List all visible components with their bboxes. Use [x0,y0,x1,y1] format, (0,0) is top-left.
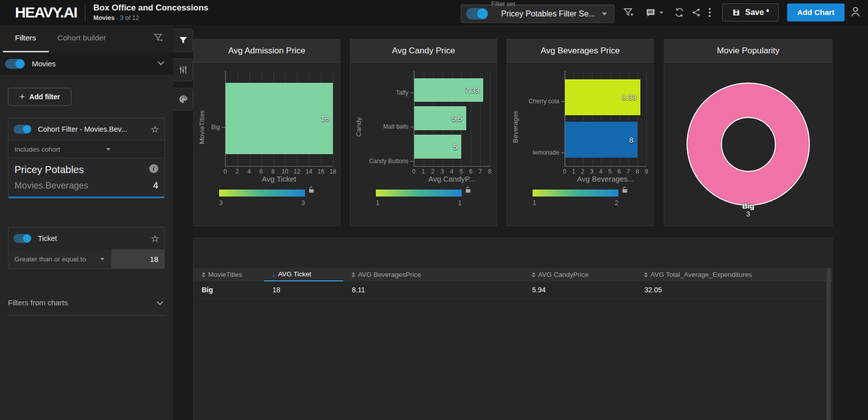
star-icon[interactable]: ☆ [151,234,159,243]
x-tick-label: 8 [488,168,492,175]
cohort-filter-body: Pricey Potables i Movies.Beverages 4 [8,158,164,198]
table-cell: Big [194,286,264,294]
tab-filters[interactable]: Filters [15,33,36,42]
gridline [490,71,490,166]
color-gradient-legend[interactable] [219,190,305,197]
dashboard-subtitle: Movies · 3 of 12 [93,14,139,21]
y-axis-label: MovieTitles [198,110,206,144]
column-header-avg-beveragesprice[interactable]: AVG BeveragesPrice [343,268,524,281]
table-cell: 32.05 [636,286,832,294]
x-tick-label: 16 [317,168,324,175]
palette-icon[interactable] [173,88,193,111]
x-tick-label: 3 [441,168,444,175]
annotations-caret-icon[interactable] [658,6,665,18]
slice-name: Big [742,202,754,210]
legend-max-label: 3 [301,199,305,207]
refresh-icon[interactable] [673,6,685,18]
tab-cohort-builder[interactable]: Cohort builder [57,33,106,42]
table-header-row: MovieTitles↓AVG TicketAVG BeveragesPrice… [194,268,832,281]
add-filter-button[interactable]: + Add filter [8,88,71,106]
x-tick-label: 6 [469,168,473,175]
unlock-icon[interactable] [307,186,315,194]
x-tick-label: 18 [329,168,336,175]
donut-hole [721,117,776,172]
filters-from-charts-section[interactable]: Filters from charts [8,298,165,307]
chevron-down-icon[interactable] [158,59,164,65]
save-button[interactable]: Save * [722,3,779,21]
sidebar-tabs: Filters Cohort builder [0,25,173,52]
filter-favorite-icon[interactable] [153,32,164,43]
ticket-filter-card: Ticket ☆ Greater than or equal to 18 [8,227,165,269]
unlock-icon[interactable] [621,186,628,194]
share-icon[interactable] [690,6,702,18]
x-axis-label: Avg CandyP... [414,175,490,183]
plot-area[interactable]: 8.338 [565,71,646,167]
bar-candy-buttons[interactable]: 5 [414,135,461,159]
clear-filters-icon[interactable] [622,6,634,18]
cohort-filter-toggle[interactable] [13,125,31,134]
chart-title[interactable]: Movie Popularity [664,39,832,63]
x-tick-label: 8 [635,168,639,175]
more-options-icon[interactable] [704,6,716,18]
user-icon[interactable] [850,5,862,17]
chevron-down-icon [157,299,163,305]
slice-value: 3 [742,210,754,217]
chart-title[interactable]: Avg Beverages Price [507,39,653,63]
table-body: Big188.115.9432.05 [194,281,832,299]
color-gradient-legend[interactable] [376,190,462,197]
chart-title[interactable]: Avg Admission Price [194,39,340,63]
info-icon[interactable]: i [149,164,158,173]
ticket-filter-title: Ticket [38,234,57,242]
cohort-count: 4 [153,180,158,191]
table-cell: 8.11 [343,286,524,294]
cohort-operator-dropdown[interactable]: Includes cohort [8,140,164,158]
x-axis-label: Avg Ticket [225,175,333,183]
add-chart-label: Add Chart [797,8,835,17]
add-chart-button[interactable]: Add Chart [787,3,845,21]
ticket-value-input[interactable]: 18 [111,249,164,268]
donut-slice-big[interactable]: Big 3 [687,83,810,206]
legend-min-label: 3 [219,199,223,207]
movies-toggle[interactable] [5,59,25,69]
chart-title[interactable]: Avg Candy Price [350,39,497,63]
bar-malt-balls[interactable]: 5.5 [414,106,466,130]
column-header-avg-total_average_expenditures[interactable]: AVG Total_Average_Expenditures [636,268,832,281]
save-icon [732,8,741,17]
color-gradient-legend[interactable] [533,190,618,197]
column-header-avg-candyprice[interactable]: AVG CandyPrice [524,268,636,281]
column-header-avg-ticket[interactable]: ↓AVG Ticket [264,268,343,281]
chevron-down-icon[interactable] [602,12,607,15]
table-scrollbar[interactable] [827,268,831,420]
filter-funnel-icon[interactable] [173,29,193,52]
annotations-icon[interactable] [644,6,656,18]
ticket-filter-toggle[interactable] [13,234,31,243]
x-tick-label: 2 [431,168,435,175]
bar-big[interactable]: 18 [226,83,333,154]
x-tick-label: 1 [572,168,576,175]
table-row[interactable]: Big188.115.9432.05 [194,281,832,299]
plot-area[interactable]: 18 [225,71,333,167]
sliders-icon[interactable] [173,58,193,81]
x-tick-label: 5 [608,168,612,175]
bar-taffy[interactable]: 7.33 [414,78,483,102]
ticket-filter-header: Ticket ☆ [8,227,164,249]
filter-set-toggle[interactable] [466,8,488,19]
ticket-operator-dropdown[interactable]: Greater than or equal to [8,249,111,268]
bar-cherry-cola[interactable]: 8.33 [565,79,640,115]
legend-max-label: 2 [615,199,618,207]
plot-area[interactable]: 7.335.55 [414,71,490,167]
filter-set-control[interactable]: Filter set Pricey Potables Filter Se... [461,4,614,23]
star-icon[interactable]: ☆ [151,125,159,134]
sort-desc-icon: ↓ [272,270,276,278]
chart-card-movie-popularity: Movie Popularity Big 3 [664,39,833,226]
x-tick-label: 0 [563,168,567,175]
table-cell: 5.94 [524,286,636,294]
bar-lemonade[interactable]: 8 [565,122,637,158]
column-header-movietitles[interactable]: MovieTitles [194,268,264,281]
unlock-icon[interactable] [464,186,472,194]
x-tick-label: 8 [272,168,275,175]
dashboard-page-number[interactable]: 3 [120,14,124,21]
cohort-accent-underline [8,197,164,198]
x-tick-label: 4 [599,168,603,175]
x-tick-label: 12 [293,168,300,175]
